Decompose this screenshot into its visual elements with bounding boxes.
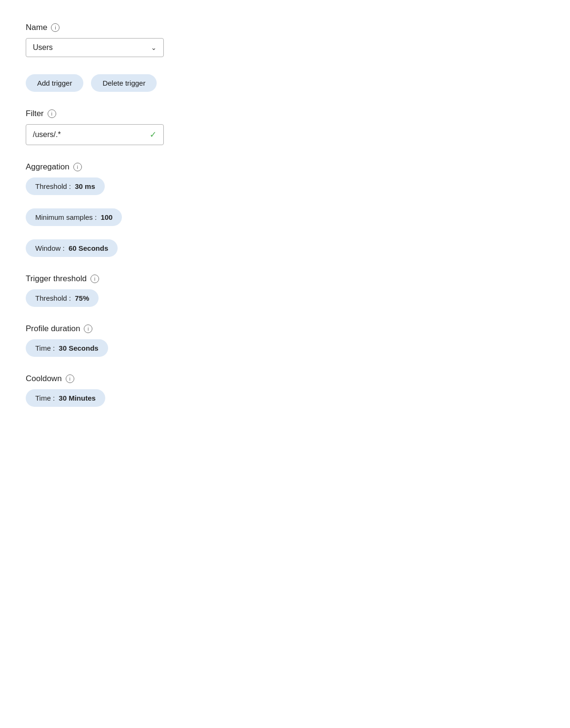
aggregation-window-subsection: Window : 60 Seconds <box>26 239 544 257</box>
cooldown-time-value: 30 Minutes <box>59 394 96 402</box>
profile-duration-time-label: Time <box>35 344 51 352</box>
aggregation-window-value: 60 Seconds <box>69 244 108 252</box>
aggregation-threshold-pill[interactable]: Threshold : 30 ms <box>26 177 105 195</box>
filter-valid-check-icon: ✓ <box>150 129 157 140</box>
profile-duration-time-value: 30 Seconds <box>59 344 98 352</box>
name-dropdown[interactable]: Users ⌄ <box>26 38 164 57</box>
profile-duration-info-icon[interactable]: i <box>84 325 92 333</box>
name-label: Name <box>26 23 47 32</box>
filter-input-wrapper: ✓ <box>26 124 164 145</box>
trigger-threshold-section: Trigger threshold i Threshold : 75% <box>26 274 544 307</box>
trigger-threshold-label: Trigger threshold <box>26 274 87 284</box>
profile-duration-separator: : <box>51 344 57 352</box>
name-info-icon[interactable]: i <box>51 23 60 32</box>
filter-label-row: Filter i <box>26 109 544 118</box>
aggregation-info-icon[interactable]: i <box>73 163 82 171</box>
cooldown-section: Cooldown i Time : 30 Minutes <box>26 374 544 407</box>
cooldown-separator: : <box>51 394 57 402</box>
trigger-buttons-section: Add trigger Delete trigger <box>26 74 544 92</box>
aggregation-window-separator: : <box>60 244 67 252</box>
aggregation-label: Aggregation <box>26 162 70 172</box>
profile-duration-label: Profile duration <box>26 324 80 334</box>
profile-duration-section: Profile duration i Time : 30 Seconds <box>26 324 544 357</box>
filter-section: Filter i ✓ <box>26 109 544 145</box>
cooldown-label: Cooldown <box>26 374 62 384</box>
chevron-down-icon: ⌄ <box>151 44 157 51</box>
aggregation-threshold-label: Threshold <box>35 182 67 190</box>
name-label-row: Name i <box>26 23 544 32</box>
profile-duration-label-row: Profile duration i <box>26 324 544 334</box>
trigger-threshold-sub-label: Threshold <box>35 294 67 302</box>
cooldown-pill[interactable]: Time : 30 Minutes <box>26 389 105 407</box>
trigger-threshold-value: 75% <box>75 294 89 302</box>
filter-label: Filter <box>26 109 44 118</box>
aggregation-window-pill[interactable]: Window : 60 Seconds <box>26 239 118 257</box>
aggregation-label-row: Aggregation i <box>26 162 544 172</box>
cooldown-label-row: Cooldown i <box>26 374 544 384</box>
filter-input[interactable] <box>33 130 146 139</box>
aggregation-threshold-separator: : <box>67 182 73 190</box>
add-trigger-button[interactable]: Add trigger <box>26 74 83 92</box>
filter-info-icon[interactable]: i <box>48 109 56 118</box>
aggregation-threshold-subsection: Threshold : 30 ms <box>26 177 544 195</box>
trigger-threshold-separator: : <box>67 294 73 302</box>
name-dropdown-value: Users <box>33 43 53 52</box>
aggregation-min-samples-subsection: Minimum samples : 100 <box>26 208 544 226</box>
profile-duration-pill[interactable]: Time : 30 Seconds <box>26 339 108 357</box>
aggregation-section: Aggregation i Threshold : 30 ms Minimum … <box>26 162 544 257</box>
aggregation-min-samples-pill[interactable]: Minimum samples : 100 <box>26 208 122 226</box>
aggregation-window-label: Window <box>35 244 60 252</box>
cooldown-info-icon[interactable]: i <box>66 374 74 383</box>
trigger-button-row: Add trigger Delete trigger <box>26 74 544 92</box>
aggregation-min-samples-label: Minimum samples <box>35 213 93 221</box>
aggregation-min-samples-value: 100 <box>100 213 112 221</box>
trigger-threshold-label-row: Trigger threshold i <box>26 274 544 284</box>
cooldown-time-label: Time <box>35 394 51 402</box>
aggregation-threshold-value: 30 ms <box>75 182 95 190</box>
name-section: Name i Users ⌄ <box>26 23 544 57</box>
trigger-threshold-pill[interactable]: Threshold : 75% <box>26 289 99 307</box>
aggregation-min-samples-separator: : <box>93 213 99 221</box>
delete-trigger-button[interactable]: Delete trigger <box>91 74 157 92</box>
trigger-threshold-info-icon[interactable]: i <box>90 275 99 283</box>
